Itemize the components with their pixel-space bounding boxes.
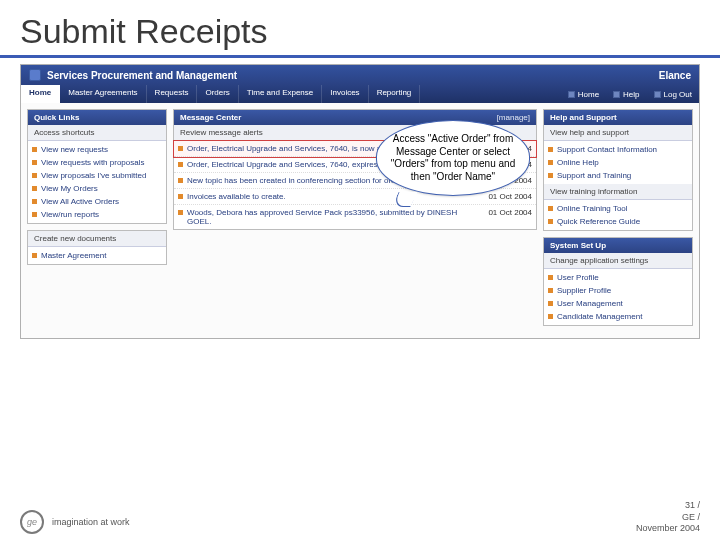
footer-page: 31 / — [636, 500, 700, 511]
util-help-label: Help — [623, 90, 639, 99]
training-label: Online Training Tool — [557, 204, 628, 213]
bullet-icon — [548, 147, 553, 152]
quick-link-item[interactable]: View My Orders — [30, 182, 164, 195]
bullet-icon — [32, 253, 37, 258]
quick-link-item[interactable]: View All Active Orders — [30, 195, 164, 208]
create-docs-label: Master Agreement — [41, 251, 106, 260]
nav-tabs: Home Master Agreements Requests Orders T… — [21, 85, 699, 103]
create-docs-list: Master Agreement — [28, 247, 166, 264]
system-setup-label: Supplier Profile — [557, 286, 611, 295]
system-setup-label: Candidate Management — [557, 312, 642, 321]
quick-link-item[interactable]: View requests with proposals — [30, 156, 164, 169]
training-item[interactable]: Online Training Tool — [546, 202, 690, 215]
message-date: 01 Oct 2004 — [472, 208, 532, 226]
util-logout-label: Log Out — [664, 90, 692, 99]
bullet-icon — [178, 146, 183, 151]
message-item[interactable]: Woods, Debora has approved Service Pack … — [174, 205, 536, 229]
create-docs-panel: Create new documents Master Agreement — [27, 230, 167, 265]
slide-title: Submit Receipts — [0, 0, 720, 58]
brand-label: Elance — [659, 70, 691, 81]
bullet-icon — [548, 173, 553, 178]
training-item[interactable]: Quick Reference Guide — [546, 215, 690, 228]
bullet-icon — [32, 173, 37, 178]
help-support-label: Support Contact Information — [557, 145, 657, 154]
help-support-subheader: View help and support — [544, 125, 692, 141]
instruction-callout: Access "Active Order" from Message Cente… — [376, 120, 530, 196]
util-home-label: Home — [578, 90, 599, 99]
tab-invoices[interactable]: Invoices — [322, 85, 368, 103]
create-docs-item[interactable]: Master Agreement — [30, 249, 164, 262]
bullet-icon — [548, 219, 553, 224]
app-title: Services Procurement and Management — [47, 70, 659, 81]
quick-link-label: View proposals I've submitted — [41, 171, 146, 180]
help-support-header: Help and Support — [544, 110, 692, 125]
bullet-icon — [548, 288, 553, 293]
help-support-label: Online Help — [557, 158, 599, 167]
quick-links-header: Quick Links — [28, 110, 166, 125]
quick-link-item[interactable]: View/run reports — [30, 208, 164, 221]
tab-orders[interactable]: Orders — [197, 85, 238, 103]
right-column: Help and Support View help and support S… — [543, 109, 693, 332]
bullet-icon — [178, 210, 183, 215]
bullet-icon — [32, 160, 37, 165]
training-subheader: View training information — [544, 184, 692, 200]
create-docs-header: Create new documents — [28, 231, 166, 247]
message-center-manage-link[interactable]: [manage] — [497, 113, 530, 122]
bullet-icon — [32, 199, 37, 204]
system-setup-subheader: Change application settings — [544, 253, 692, 269]
main-columns: Quick Links Access shortcuts View new re… — [21, 103, 699, 338]
bullet-icon — [548, 160, 553, 165]
system-setup-item[interactable]: Supplier Profile — [546, 284, 690, 297]
app-window: Services Procurement and Management Elan… — [20, 64, 700, 339]
help-icon — [613, 91, 620, 98]
bullet-icon — [178, 162, 183, 167]
tab-reporting[interactable]: Reporting — [369, 85, 421, 103]
footer-right: 31 / GE / November 2004 — [636, 500, 700, 534]
util-home[interactable]: Home — [561, 85, 606, 103]
tab-time-and-expense[interactable]: Time and Expense — [239, 85, 322, 103]
help-support-list: Support Contact Information Online Help … — [544, 141, 692, 184]
system-setup-item[interactable]: User Management — [546, 297, 690, 310]
util-logout[interactable]: Log Out — [647, 85, 699, 103]
ge-logo-icon: ge — [20, 510, 44, 534]
quick-link-label: View My Orders — [41, 184, 98, 193]
quick-link-label: View new requests — [41, 145, 108, 154]
quick-link-label: View/run reports — [41, 210, 99, 219]
help-support-item[interactable]: Support and Training — [546, 169, 690, 182]
tab-master-agreements[interactable]: Master Agreements — [60, 85, 146, 103]
system-setup-header: System Set Up — [544, 238, 692, 253]
app-top-bar: Services Procurement and Management Elan… — [21, 65, 699, 85]
system-setup-label: User Profile — [557, 273, 599, 282]
footer-tagline: imagination at work — [52, 517, 130, 527]
bullet-icon — [32, 212, 37, 217]
footer-left: ge imagination at work — [20, 510, 130, 534]
help-support-item[interactable]: Support Contact Information — [546, 143, 690, 156]
slide-footer: ge imagination at work 31 / GE / Novembe… — [0, 500, 720, 534]
quick-link-item[interactable]: View proposals I've submitted — [30, 169, 164, 182]
bullet-icon — [32, 186, 37, 191]
left-column: Quick Links Access shortcuts View new re… — [27, 109, 167, 271]
help-support-item[interactable]: Online Help — [546, 156, 690, 169]
quick-links-subheader: Access shortcuts — [28, 125, 166, 141]
help-support-panel: Help and Support View help and support S… — [543, 109, 693, 231]
bullet-icon — [178, 178, 183, 183]
quick-links-list: View new requests View requests with pro… — [28, 141, 166, 223]
system-setup-item[interactable]: Candidate Management — [546, 310, 690, 323]
system-setup-label: User Management — [557, 299, 623, 308]
util-help[interactable]: Help — [606, 85, 646, 103]
quick-link-label: View requests with proposals — [41, 158, 144, 167]
tab-requests[interactable]: Requests — [147, 85, 198, 103]
quick-link-item[interactable]: View new requests — [30, 143, 164, 156]
footer-date: November 2004 — [636, 523, 700, 534]
message-text: Woods, Debora has approved Service Pack … — [187, 208, 468, 226]
tab-home[interactable]: Home — [21, 85, 60, 103]
system-setup-list: User Profile Supplier Profile User Manag… — [544, 269, 692, 325]
quick-links-panel: Quick Links Access shortcuts View new re… — [27, 109, 167, 224]
help-support-label: Support and Training — [557, 171, 631, 180]
training-list: Online Training Tool Quick Reference Gui… — [544, 200, 692, 230]
bullet-icon — [32, 147, 37, 152]
bullet-icon — [548, 301, 553, 306]
system-setup-item[interactable]: User Profile — [546, 271, 690, 284]
app-icon — [29, 69, 41, 81]
training-label: Quick Reference Guide — [557, 217, 640, 226]
